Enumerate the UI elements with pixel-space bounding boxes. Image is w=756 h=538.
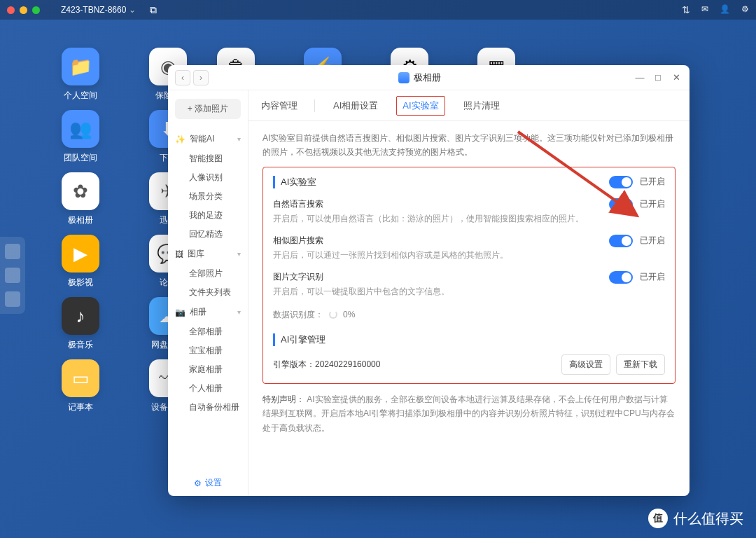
sidebar-item[interactable]: 个人相册 <box>175 379 241 398</box>
desktop-app-icon[interactable]: 👥团队空间 <box>49 110 112 164</box>
sidebar-item[interactable]: 自动备份相册 <box>175 398 241 417</box>
feature-toggle[interactable] <box>609 198 633 211</box>
feature-title: 自然语言搜索 <box>273 198 609 210</box>
sidebar-item[interactable]: 文件夹列表 <box>175 283 241 302</box>
status-label: 已开启 <box>640 235 665 247</box>
sidebar-item[interactable]: 全部相册 <box>175 322 241 341</box>
sidebar-item[interactable]: 我的足迹 <box>175 206 241 225</box>
sidebar-item[interactable]: 人像识别 <box>175 168 241 187</box>
sidebar-item[interactable]: 家庭相册 <box>175 360 241 379</box>
watermark-icon: 值 <box>648 509 668 528</box>
traffic-lights[interactable] <box>7 6 40 14</box>
desktop-app-icon[interactable]: ▶极影视 <box>49 235 112 289</box>
group-icon: 🖼 <box>175 249 183 259</box>
system-topbar: Z423-TBNZ-8660 ⌄ ⧉ ⇅ ✉ 👤 ⚙ <box>0 0 756 20</box>
feature-title: 相似图片搜索 <box>273 235 609 247</box>
disclaimer: 特别声明： AI实验室提供的服务，全部在极空间设备本地进行运算及结果存储，不会上… <box>262 392 676 435</box>
maximize-button[interactable]: □ <box>652 72 664 83</box>
ai-lab-section: AI实验室 已开启 自然语言搜索开启后，可以使用自然语言（比如：游泳的照片），使… <box>262 167 676 384</box>
sidebar-item[interactable]: 宝宝相册 <box>175 341 241 360</box>
add-photo-button[interactable]: + 添加照片 <box>175 99 241 119</box>
sidebar-group-header[interactable]: 📷相册▾ <box>175 302 241 322</box>
feature-title: 图片文字识别 <box>273 271 609 283</box>
tabs: 内容管理AI相册设置AI实验室照片清理 <box>248 90 690 121</box>
transfer-icon[interactable]: ⇅ <box>682 4 690 15</box>
desktop-app-icon[interactable]: ▭记事本 <box>49 359 112 413</box>
sidebar-item[interactable]: 回忆精选 <box>175 225 241 244</box>
intro-text: AI实验室目前提供自然语言搜图片、相似图片搜索、图片文字识别三项功能。这三项功能… <box>262 131 676 160</box>
app-icon <box>398 72 410 83</box>
content-area: 内容管理AI相册设置AI实验室照片清理 AI实验室目前提供自然语言搜图片、相似图… <box>248 90 690 496</box>
status-label: 已开启 <box>640 271 665 283</box>
close-button[interactable]: ✕ <box>670 72 682 83</box>
tab[interactable]: 照片清理 <box>462 99 501 112</box>
forward-button[interactable]: › <box>193 70 209 85</box>
dock <box>0 237 25 314</box>
feature-row: 相似图片搜索开启后，可以通过一张照片找到相似内容或是风格的其他照片。已开启 <box>273 235 665 261</box>
chevron-down-icon[interactable]: ⌄ <box>129 5 136 15</box>
section-title: AI实验室 <box>281 176 316 188</box>
app-window: ‹ › 极相册 — □ ✕ + 添加照片 ✨智能AI▾智能搜图人像识别场景分类我… <box>168 65 690 496</box>
feature-row: 图片文字识别开启后，可以一键提取图片中包含的文字信息。已开启 <box>273 271 665 298</box>
status-label: 已开启 <box>640 198 665 210</box>
watermark: 值 什么值得买 <box>648 509 743 528</box>
settings-button[interactable]: ⚙ 设置 <box>168 470 248 496</box>
chevron-down-icon: ▾ <box>237 308 241 316</box>
status-label: 已开启 <box>640 176 665 188</box>
sidebar-item[interactable]: 场景分类 <box>175 187 241 206</box>
sidebar-item[interactable]: 智能搜图 <box>175 149 241 168</box>
feature-toggle[interactable] <box>609 271 633 284</box>
user-icon[interactable]: 👤 <box>720 4 730 15</box>
desktop: 📁个人空间👥团队空间✿极相册▶极影视♪极音乐▭记事本 ◉保险箱⬇下载✈迅雷💬论坛… <box>0 20 756 538</box>
lab-master-toggle[interactable] <box>609 176 633 188</box>
sidebar-group-header[interactable]: 🖼图库▾ <box>175 244 241 264</box>
feature-desc: 开启后，可以一键提取图片中包含的文字信息。 <box>273 286 609 298</box>
sidebar-item[interactable]: 全部照片 <box>175 264 241 283</box>
feature-desc: 开启后，可以通过一张照片找到相似内容或是风格的其他照片。 <box>273 249 609 261</box>
tab[interactable]: AI相册设置 <box>332 99 379 112</box>
spinner-icon <box>329 310 337 319</box>
progress-row: 数据识别度： 0% <box>273 309 665 321</box>
window-title: 极相册 <box>414 71 441 84</box>
minimize-button[interactable]: — <box>634 72 646 83</box>
desktop-app-icon[interactable]: 📁个人空间 <box>49 48 112 102</box>
advanced-settings-button[interactable]: 高级设置 <box>561 354 610 375</box>
gear-icon[interactable]: ⚙ <box>741 4 749 15</box>
dock-item[interactable] <box>5 244 20 259</box>
desktop-app-icon[interactable]: ✿极相册 <box>49 172 112 226</box>
engine-version: 20240229160000 <box>315 359 380 369</box>
feature-desc: 开启后，可以使用自然语言（比如：游泳的照片），使用智能搜图搜索相应的照片。 <box>273 213 609 225</box>
wifi-icon[interactable]: ⧉ <box>150 4 157 16</box>
dock-item[interactable] <box>5 268 20 283</box>
chevron-down-icon: ▾ <box>237 250 241 258</box>
chevron-down-icon: ▾ <box>237 135 241 143</box>
mail-icon[interactable]: ✉ <box>701 4 708 15</box>
feature-toggle[interactable] <box>609 235 633 247</box>
feature-row: 自然语言搜索开启后，可以使用自然语言（比如：游泳的照片），使用智能搜图搜索相应的… <box>273 198 665 225</box>
desktop-app-icon[interactable]: ♪极音乐 <box>49 297 112 351</box>
section-title: AI引擎管理 <box>281 333 326 346</box>
device-name[interactable]: Z423-TBNZ-8660 <box>61 5 126 15</box>
redownload-button[interactable]: 重新下载 <box>616 354 665 375</box>
back-button[interactable]: ‹ <box>175 70 190 85</box>
dock-item[interactable] <box>5 291 20 307</box>
group-icon: 📷 <box>175 308 186 317</box>
group-icon: ✨ <box>175 134 186 144</box>
gear-icon: ⚙ <box>194 478 202 488</box>
titlebar: ‹ › 极相册 — □ ✕ <box>168 65 690 90</box>
sidebar: + 添加照片 ✨智能AI▾智能搜图人像识别场景分类我的足迹回忆精选🖼图库▾全部照… <box>168 90 248 496</box>
sidebar-group-header[interactable]: ✨智能AI▾ <box>175 129 241 149</box>
tab[interactable]: AI实验室 <box>396 96 444 116</box>
tab[interactable]: 内容管理 <box>260 99 315 112</box>
